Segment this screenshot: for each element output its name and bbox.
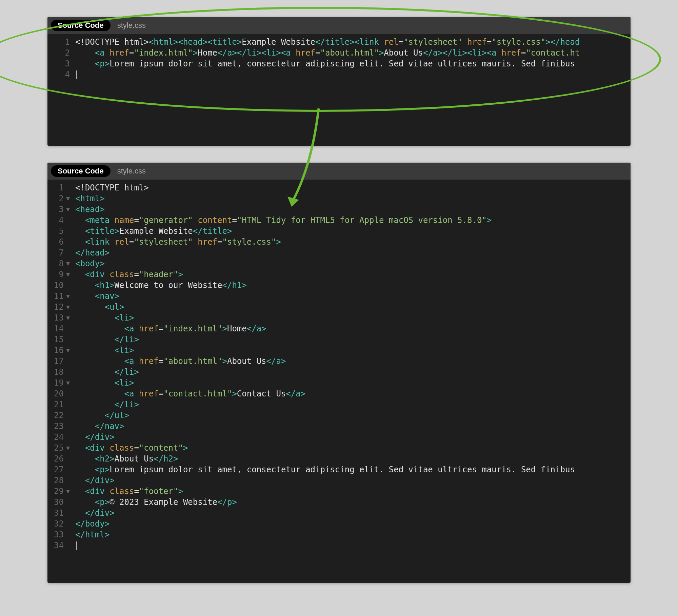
code-line[interactable]: <a href="contact.html">Contact Us</a>	[75, 388, 631, 399]
code-line[interactable]: <nav>	[75, 291, 631, 302]
code-line[interactable]: <ul>	[75, 302, 631, 312]
tab-bar: Source Code style.css	[47, 163, 631, 180]
code-line[interactable]: <!DOCTYPE html>	[75, 182, 631, 193]
line-number: 6	[47, 237, 70, 247]
code-line[interactable]: </ul>	[75, 410, 631, 421]
editor-panel-after: Source Code style.css 12▼3▼45678▼9▼1011▼…	[47, 163, 631, 583]
line-number: 2▼	[47, 193, 70, 204]
code-area-before[interactable]: 1234 <!DOCTYPE html><html><head><title>E…	[47, 34, 631, 80]
code-line[interactable]: <li>	[75, 377, 631, 388]
text-cursor	[76, 70, 77, 79]
code-line[interactable]: <meta name="generator" content="HTML Tid…	[75, 215, 631, 226]
code-line[interactable]: <body>	[75, 258, 631, 269]
code-line[interactable]: </html>	[75, 529, 631, 540]
line-number: 28	[47, 475, 70, 486]
line-number: 20	[47, 388, 70, 399]
line-number: 31	[47, 508, 70, 518]
code-line[interactable]: <h2>About Us</h2>	[75, 453, 631, 464]
line-number: 13▼	[47, 312, 70, 323]
tab-source-code[interactable]: Source Code	[51, 20, 111, 31]
line-number: 10	[47, 280, 70, 291]
gutter: 12▼3▼45678▼9▼1011▼12▼13▼141516▼171819▼20…	[47, 182, 71, 551]
fold-toggle-icon[interactable]: ▼	[65, 204, 70, 215]
text-cursor	[76, 541, 77, 550]
line-number: 23	[47, 421, 70, 432]
line-number: 3	[47, 58, 70, 69]
code-line[interactable]: <div class="header">	[75, 269, 631, 280]
line-number: 27	[47, 464, 70, 475]
code-line[interactable]: </div>	[75, 508, 631, 518]
fold-toggle-icon[interactable]: ▼	[65, 312, 70, 323]
line-number: 25▼	[47, 443, 70, 453]
code-line[interactable]: <a href="about.html">About Us</a>	[75, 356, 631, 367]
line-number: 8▼	[47, 258, 70, 269]
code-line[interactable]: <html>	[75, 193, 631, 204]
fold-toggle-icon[interactable]: ▼	[65, 193, 70, 204]
code-line[interactable]: </nav>	[75, 421, 631, 432]
line-number: 19▼	[47, 377, 70, 388]
line-number: 22	[47, 410, 70, 421]
line-number: 7	[47, 247, 70, 258]
fold-toggle-icon[interactable]: ▼	[65, 291, 70, 302]
code-line[interactable]: <link rel="stylesheet" href="style.css">	[75, 237, 631, 247]
code-line[interactable]: </head>	[75, 247, 631, 258]
code-line[interactable]: <p>© 2023 Example Website</p>	[75, 497, 631, 508]
code-line[interactable]: <h1>Welcome to our Website</h1>	[75, 280, 631, 291]
line-number: 2	[47, 47, 70, 58]
code-line[interactable]: </li>	[75, 399, 631, 410]
tab-style-css[interactable]: style.css	[111, 165, 153, 177]
line-number: 14	[47, 323, 70, 334]
editor-panel-before: Source Code style.css 1234 <!DOCTYPE htm…	[47, 17, 631, 146]
code-line[interactable]	[75, 69, 631, 80]
code-line[interactable]: </body>	[75, 518, 631, 529]
line-number: 33	[47, 529, 70, 540]
line-number: 9▼	[47, 269, 70, 280]
code-line[interactable]: <li>	[75, 345, 631, 356]
code-line[interactable]: <head>	[75, 204, 631, 215]
line-number: 11▼	[47, 291, 70, 302]
code-line[interactable]: <!DOCTYPE html><html><head><title>Exampl…	[75, 37, 631, 47]
line-number: 3▼	[47, 204, 70, 215]
line-number: 34	[47, 540, 70, 551]
code-line[interactable]: <p>Lorem ipsum dolor sit amet, consectet…	[75, 464, 631, 475]
line-number: 1	[47, 37, 70, 47]
line-number: 4	[47, 215, 70, 226]
fold-toggle-icon[interactable]: ▼	[65, 443, 70, 453]
code-line[interactable]: </li>	[75, 334, 631, 345]
code-line[interactable]: </li>	[75, 367, 631, 377]
code-line[interactable]: <li>	[75, 312, 631, 323]
gutter: 1234	[47, 37, 71, 80]
fold-toggle-icon[interactable]: ▼	[65, 486, 70, 497]
tab-style-css[interactable]: style.css	[111, 20, 153, 31]
line-number: 26	[47, 453, 70, 464]
line-number: 15	[47, 334, 70, 345]
line-number: 30	[47, 497, 70, 508]
line-number: 18	[47, 367, 70, 377]
line-number: 29▼	[47, 486, 70, 497]
fold-toggle-icon[interactable]: ▼	[65, 377, 70, 388]
line-number: 16▼	[47, 345, 70, 356]
line-number: 5	[47, 226, 70, 237]
line-number: 24	[47, 432, 70, 443]
fold-toggle-icon[interactable]: ▼	[65, 302, 70, 312]
fold-toggle-icon[interactable]: ▼	[65, 258, 70, 269]
line-number: 32	[47, 518, 70, 529]
tab-source-code[interactable]: Source Code	[51, 165, 111, 177]
code-line[interactable]: <p>Lorem ipsum dolor sit amet, consectet…	[75, 58, 631, 69]
fold-toggle-icon[interactable]: ▼	[65, 345, 70, 356]
code-line[interactable]: </div>	[75, 432, 631, 443]
tab-bar: Source Code style.css	[47, 17, 631, 34]
code-line[interactable]: <title>Example Website</title>	[75, 226, 631, 237]
code-area-after[interactable]: 12▼3▼45678▼9▼1011▼12▼13▼141516▼171819▼20…	[47, 180, 631, 551]
code-line[interactable]: <div class="content">	[75, 443, 631, 453]
code-line[interactable]: <a href="index.html">Home</a></li><li><a…	[75, 47, 631, 58]
code-line[interactable]: <a href="index.html">Home</a>	[75, 323, 631, 334]
code-line[interactable]	[75, 540, 631, 551]
code-line[interactable]: <div class="footer">	[75, 486, 631, 497]
code-lines[interactable]: <!DOCTYPE html><html><head><title>Exampl…	[71, 37, 631, 80]
fold-toggle-icon[interactable]: ▼	[65, 269, 70, 280]
line-number: 12▼	[47, 302, 70, 312]
code-lines[interactable]: <!DOCTYPE html><html><head> <meta name="…	[71, 182, 631, 551]
code-line[interactable]: </div>	[75, 475, 631, 486]
line-number: 4	[47, 69, 70, 80]
